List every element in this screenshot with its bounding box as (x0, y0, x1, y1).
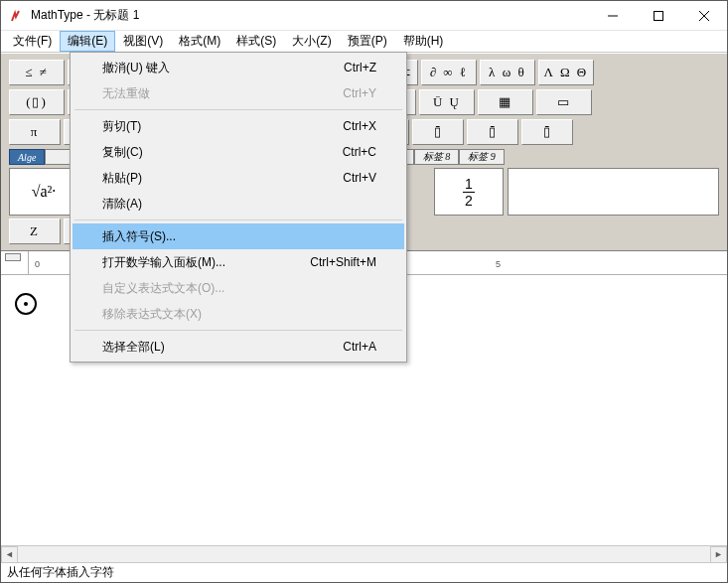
menu-shortcut: Ctrl+Shift+M (310, 255, 376, 269)
titlebar: MathType - 无标题 1 (1, 1, 727, 31)
small-cell[interactable]: ▯̄ (521, 119, 573, 145)
menu-paste[interactable]: 粘贴(P) Ctrl+V (73, 165, 404, 191)
horizontal-scrollbar[interactable]: ◄ ► (1, 545, 727, 562)
menu-separator (74, 109, 402, 110)
small-cell[interactable]: ▯̄ (467, 119, 518, 145)
template-cell[interactable]: ▭ (536, 89, 592, 115)
menu-cut[interactable]: 剪切(T) Ctrl+X (73, 113, 404, 139)
window-title: MathType - 无标题 1 (31, 7, 590, 24)
svg-rect-1 (655, 11, 663, 20)
menu-label: 打开数学输入面板(M)... (102, 254, 225, 271)
edit-menu-dropdown: 撤消(U) 键入 Ctrl+Z 无法重做 Ctrl+Y 剪切(T) Ctrl+X… (70, 52, 407, 363)
menu-insert-symbol[interactable]: 插入符号(S)... (73, 223, 404, 249)
maximize-button[interactable] (636, 1, 681, 31)
menu-prefs[interactable]: 预置(P) (340, 31, 395, 52)
menu-shortcut: Ctrl+Z (344, 61, 376, 74)
menu-label: 剪切(T) (102, 118, 141, 135)
app-icon (9, 8, 25, 24)
menu-label: 选择全部(L) (102, 339, 165, 356)
menu-copy[interactable]: 复制(C) Ctrl+C (73, 139, 404, 165)
menu-redo: 无法重做 Ctrl+Y (73, 80, 404, 106)
ruler-tick: 5 (496, 259, 501, 269)
menu-help[interactable]: 帮助(H) (395, 31, 452, 52)
menu-remove-expression: 移除表达式文本(X) (73, 301, 404, 327)
menu-shortcut: Ctrl+X (343, 119, 376, 133)
menu-shortcut: Ctrl+V (343, 171, 376, 185)
menu-view[interactable]: 视图(V) (115, 31, 171, 52)
ruler-corner (1, 251, 29, 274)
palette-cell[interactable]: λ ω θ (480, 60, 535, 85)
menu-file[interactable]: 文件(F) (5, 31, 60, 52)
close-button[interactable] (681, 1, 727, 31)
status-bar: 从任何字体插入字符 (1, 562, 727, 582)
fraction-numerator: 1 (463, 177, 475, 191)
menu-label: 复制(C) (102, 144, 143, 161)
small-cell[interactable]: π (9, 119, 61, 145)
small-cell[interactable]: Z (9, 219, 61, 244)
menu-label: 粘贴(P) (102, 170, 142, 187)
menu-label: 无法重做 (102, 85, 150, 102)
scroll-right-button[interactable]: ► (710, 546, 727, 563)
menu-math-input-panel[interactable]: 打开数学输入面板(M)... Ctrl+Shift+M (73, 249, 404, 275)
fraction-denominator: 2 (463, 194, 475, 208)
small-cell[interactable]: ▯̄ (412, 119, 464, 145)
menu-size[interactable]: 大小(Z) (284, 31, 339, 52)
template-cell[interactable]: Ū Ų (419, 89, 475, 115)
palette-cell[interactable]: ∂ ∞ ℓ (421, 60, 477, 85)
menu-format[interactable]: 格式(M) (171, 31, 228, 52)
menu-label: 插入符号(S)... (102, 228, 176, 245)
palette-tab-9[interactable]: 标签 9 (459, 149, 505, 165)
menu-custom-expression: 自定义表达式文本(O)... (73, 275, 404, 301)
menu-shortcut: Ctrl+C (343, 145, 376, 159)
palette-cell[interactable]: ≤ ≠ (9, 60, 65, 85)
preview-expression[interactable]: √a²· (9, 168, 78, 216)
scroll-left-button[interactable]: ◄ (1, 546, 18, 563)
palette-tab-8[interactable]: 标签 8 (414, 149, 460, 165)
ruler-indent-marker[interactable] (5, 253, 21, 261)
minimize-button[interactable] (590, 1, 636, 31)
window-controls (590, 1, 727, 31)
menu-label: 自定义表达式文本(O)... (102, 280, 224, 297)
template-cell[interactable]: (▯) (9, 89, 65, 115)
ruler-tick: 0 (35, 259, 40, 269)
menubar: 文件(F) 编辑(E) 视图(V) 格式(M) 样式(S) 大小(Z) 预置(P… (1, 31, 727, 53)
menu-separator (74, 330, 402, 331)
equation-odot-symbol[interactable] (15, 293, 37, 315)
menu-label: 移除表达式文本(X) (102, 306, 202, 323)
menu-separator (74, 219, 402, 220)
menu-clear[interactable]: 清除(A) (73, 191, 404, 217)
menu-edit[interactable]: 编辑(E) (60, 31, 115, 52)
scroll-track[interactable] (18, 546, 710, 563)
status-text: 从任何字体插入字符 (7, 564, 114, 581)
menu-select-all[interactable]: 选择全部(L) Ctrl+A (73, 334, 404, 360)
menu-shortcut: Ctrl+A (343, 340, 376, 354)
menu-style[interactable]: 样式(S) (228, 31, 284, 52)
menu-shortcut: Ctrl+Y (343, 86, 376, 100)
palette-cell[interactable]: Λ Ω Θ (538, 60, 594, 85)
template-cell[interactable]: ▦ (478, 89, 533, 115)
palette-tab[interactable]: Alge (9, 149, 45, 165)
preview-empty[interactable] (508, 168, 719, 216)
menu-label: 撤消(U) 键入 (102, 60, 170, 76)
menu-label: 清除(A) (102, 196, 142, 213)
menu-undo[interactable]: 撤消(U) 键入 Ctrl+Z (73, 55, 404, 80)
preview-fraction[interactable]: 1 2 (434, 168, 504, 216)
